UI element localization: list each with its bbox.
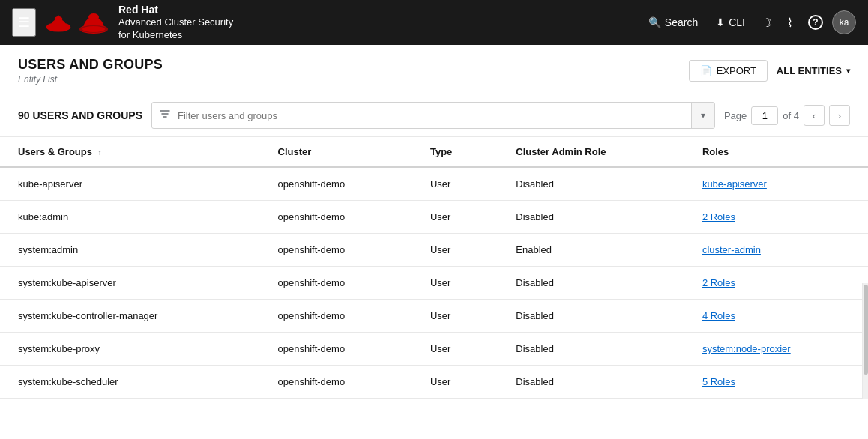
page-header: USERS AND GROUPS Entity List 📄 EXPORT AL…	[0, 45, 868, 94]
export-label: EXPORT	[717, 65, 756, 76]
col-label-roles: Roles	[702, 146, 729, 157]
scroll-thumb	[864, 285, 868, 375]
col-header-roles: Roles	[684, 137, 868, 167]
cell-cluster: openshift-demo	[260, 234, 412, 267]
sort-asc-icon: ↑	[98, 148, 102, 157]
role-link[interactable]: 2 Roles	[702, 211, 735, 222]
download-icon: ⬇	[716, 16, 725, 28]
users-groups-table: Users & Groups ↑ Cluster Type Cluster Ad…	[0, 137, 868, 399]
cell-roles[interactable]: kube-apiserver	[684, 167, 868, 201]
filter-bar: 90 USERS AND GROUPS ▾ Page of 4 ‹ ›	[0, 94, 868, 137]
cell-cluster-admin-role: Disabled	[498, 300, 684, 333]
all-entities-label: ALL ENTITIES	[777, 65, 842, 76]
svg-point-4	[88, 13, 99, 21]
role-link[interactable]: system:node-proxier	[702, 343, 791, 354]
pagination: Page of 4 ‹ ›	[724, 105, 850, 126]
redhat-svg-icon	[78, 10, 109, 34]
cell-type: User	[412, 234, 498, 267]
role-link[interactable]: 4 Roles	[702, 310, 735, 321]
topnav-actions: 🔍 Search ⬇ CLI ☽ ⌇ ? ka	[641, 10, 856, 34]
table-row: system:kube-apiserver openshift-demo Use…	[0, 267, 868, 300]
cell-users-groups: system:kube-controller-manager	[0, 300, 260, 333]
cell-roles[interactable]: cluster-admin	[684, 234, 868, 267]
col-header-users-groups[interactable]: Users & Groups ↑	[0, 137, 260, 167]
cell-users-groups: system:admin	[0, 234, 260, 267]
redhat-hat-visual	[78, 10, 109, 34]
cell-type: User	[412, 167, 498, 201]
col-label-cluster: Cluster	[278, 146, 312, 157]
page-number-input[interactable]	[751, 106, 778, 125]
cli-button[interactable]: ⬇ CLI	[708, 12, 753, 33]
cell-users-groups: system:kube-scheduler	[0, 366, 260, 399]
col-header-type: Type	[412, 137, 498, 167]
cell-roles[interactable]: 5 Roles	[684, 366, 868, 399]
cell-roles[interactable]: 4 Roles	[684, 300, 868, 333]
cell-roles[interactable]: 2 Roles	[684, 201, 868, 234]
hamburger-menu-button[interactable]: ☰	[12, 8, 36, 37]
page-label: Page	[724, 110, 747, 121]
redhat-logo-icon	[45, 12, 72, 33]
table-row: system:kube-scheduler openshift-demo Use…	[0, 366, 868, 399]
chevron-down-icon: ▾	[701, 110, 705, 121]
search-button[interactable]: 🔍 Search	[641, 12, 705, 33]
col-label-type: Type	[430, 146, 452, 157]
prev-page-button[interactable]: ‹	[804, 105, 825, 126]
page-content: USERS AND GROUPS Entity List 📄 EXPORT AL…	[0, 45, 868, 439]
help-button[interactable]: ?	[802, 10, 829, 34]
cell-users-groups: kube-apiserver	[0, 167, 260, 201]
cell-cluster: openshift-demo	[260, 333, 412, 366]
user-avatar[interactable]: ka	[832, 10, 856, 34]
cell-type: User	[412, 300, 498, 333]
cell-users-groups: kube:admin	[0, 201, 260, 234]
table-row: system:kube-proxy openshift-demo User Di…	[0, 333, 868, 366]
filter-icon	[152, 109, 178, 122]
export-icon: 📄	[700, 65, 712, 76]
role-link[interactable]: cluster-admin	[702, 244, 761, 255]
export-button[interactable]: 📄 EXPORT	[689, 60, 768, 82]
cli-label: CLI	[729, 16, 745, 28]
page-header-left: USERS AND GROUPS Entity List	[18, 57, 163, 85]
cell-users-groups: system:kube-proxy	[0, 333, 260, 366]
cell-cluster: openshift-demo	[260, 201, 412, 234]
pulse-icon: ⌇	[787, 16, 793, 29]
page-title: USERS AND GROUPS	[18, 57, 163, 73]
cell-roles[interactable]: 2 Roles	[684, 267, 868, 300]
brand-logo: Red Hat Advanced Cluster Security for Ku…	[45, 3, 233, 42]
all-entities-button[interactable]: ALL ENTITIES ▾	[777, 65, 850, 76]
breadcrumb: Entity List	[18, 74, 163, 85]
table-header: Users & Groups ↑ Cluster Type Cluster Ad…	[0, 137, 868, 167]
table-wrap: Users & Groups ↑ Cluster Type Cluster Ad…	[0, 137, 868, 399]
svg-point-1	[55, 16, 63, 22]
col-header-cluster: Cluster	[260, 137, 412, 167]
role-link[interactable]: 2 Roles	[702, 277, 735, 288]
cell-cluster-admin-role: Disabled	[498, 201, 684, 234]
cell-type: User	[412, 333, 498, 366]
cell-cluster: openshift-demo	[260, 267, 412, 300]
activity-button[interactable]: ⌇	[781, 11, 799, 34]
table-row: kube:admin openshift-demo User Disabled …	[0, 201, 868, 234]
results-count: 90 USERS AND GROUPS	[18, 109, 142, 121]
cell-cluster-admin-role: Disabled	[498, 267, 684, 300]
total-pages: of 4	[783, 110, 799, 121]
dark-mode-button[interactable]: ☽	[756, 11, 778, 34]
filter-dropdown-button[interactable]: ▾	[691, 103, 714, 128]
col-label-cluster-admin-role: Cluster Admin Role	[516, 146, 606, 157]
search-icon: 🔍	[648, 16, 661, 28]
svg-point-6	[82, 26, 105, 32]
avatar-initials: ka	[840, 17, 849, 28]
chevron-down-icon: ▾	[846, 67, 850, 75]
table-row: system:kube-controller-manager openshift…	[0, 300, 868, 333]
cell-roles[interactable]: system:node-proxier	[684, 333, 868, 366]
role-link[interactable]: kube-apiserver	[702, 178, 767, 190]
brand-title: Red Hat Advanced Cluster Security for Ku…	[118, 3, 233, 42]
cell-cluster: openshift-demo	[260, 167, 412, 201]
cell-type: User	[412, 267, 498, 300]
cell-type: User	[412, 201, 498, 234]
role-link[interactable]: 5 Roles	[702, 376, 735, 387]
table-row: system:admin openshift-demo User Enabled…	[0, 234, 868, 267]
filter-input[interactable]	[178, 105, 691, 127]
cell-cluster: openshift-demo	[260, 300, 412, 333]
cell-type: User	[412, 366, 498, 399]
cell-cluster-admin-role: Disabled	[498, 333, 684, 366]
next-page-button[interactable]: ›	[829, 105, 850, 126]
